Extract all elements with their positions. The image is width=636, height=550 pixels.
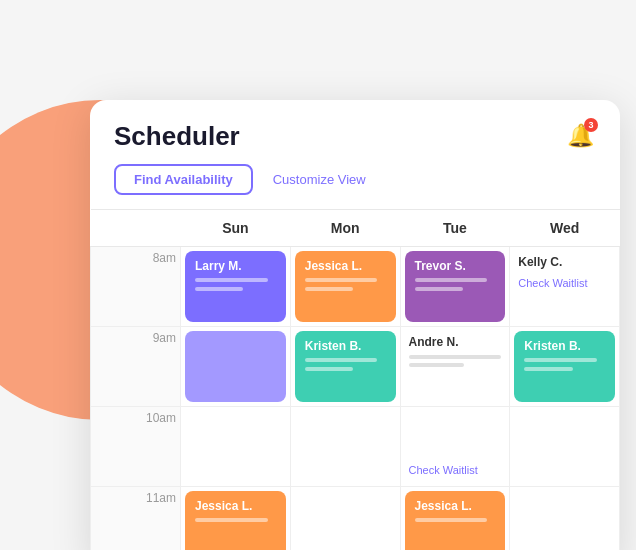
event-line-gray [409,363,465,367]
cell-wed-9am: Kristen B. [510,327,620,407]
cell-sun-11am: Jessica L. [181,487,291,551]
cell-sun-8am: Larry M. [181,247,291,327]
event-line [305,358,378,362]
cell-mon-8am: Jessica L. [290,247,400,327]
event-jessica-mon-8[interactable]: Jessica L. [295,251,396,322]
event-kristen-mon[interactable]: Kristen B. [295,331,396,402]
card-header: Scheduler 🔔 3 [90,100,620,164]
event-line [195,518,268,522]
event-name: Larry M. [195,259,276,273]
calendar-table: Sun Mon Tue Wed 8am Larry M. [90,209,620,550]
event-trevor[interactable]: Trevor S. [405,251,506,322]
event-line [305,278,378,282]
cell-mon-10am [290,407,400,487]
event-line [305,367,353,371]
header-tue: Tue [400,210,510,247]
event-line [195,278,268,282]
event-line [305,287,353,291]
header-mon: Mon [290,210,400,247]
page-title: Scheduler [114,121,240,152]
event-jessica-sun-11[interactable]: Jessica L. [185,491,286,550]
event-name: Jessica L. [305,259,386,273]
event-line [195,287,243,291]
find-availability-button[interactable]: Find Availability [114,164,253,195]
time-label-8am: 8am [91,247,181,327]
check-waitlist-tue[interactable]: Check Waitlist [409,462,502,478]
cell-mon-11am [290,487,400,551]
cell-tue-10am: Check Waitlist [400,407,510,487]
calendar-header-row: Sun Mon Tue Wed [91,210,620,247]
event-line [415,518,488,522]
notification-bell[interactable]: 🔔 3 [564,120,596,152]
event-name: Jessica L. [415,499,496,513]
event-name: Kristen B. [524,339,605,353]
event-line [524,358,597,362]
time-label-9am: 9am [91,327,181,407]
header-wed: Wed [510,210,620,247]
cell-sun-10am [181,407,291,487]
cell-wed-11am [510,487,620,551]
table-row: 9am Kristen B. Andre N. [91,327,620,407]
cell-mon-9am: Kristen B. [290,327,400,407]
time-label-10am: 10am [91,407,181,487]
table-row: 8am Larry M. Jessica L. [91,247,620,327]
card-actions: Find Availability Customize View [90,164,620,209]
cell-wed-8am: Kelly C. Check Waitlist [510,247,620,327]
table-row: 10am Check Waitlist [91,407,620,487]
event-jessica-tue-11[interactable]: Jessica L. [405,491,506,550]
header-sun: Sun [181,210,291,247]
event-line [415,287,463,291]
header-time-col [91,210,181,247]
notification-badge: 3 [584,118,598,132]
event-line [415,278,488,282]
event-name: Trevor S. [415,259,496,273]
event-name: Jessica L. [195,499,276,513]
event-larry[interactable]: Larry M. [185,251,286,322]
cell-sun-9am [181,327,291,407]
customize-view-button[interactable]: Customize View [273,172,366,187]
event-line-gray [409,355,502,359]
cell-tue-11am: Jessica L. [400,487,510,551]
event-name-kelly: Kelly C. [518,255,611,269]
event-kristen-wed[interactable]: Kristen B. [514,331,615,402]
event-line [524,367,572,371]
time-label-11am: 11am [91,487,181,551]
table-row: 11am Jessica L. Jessica L. [91,487,620,551]
calendar-wrapper: Sun Mon Tue Wed 8am Larry M. [90,209,620,550]
check-waitlist-kelly[interactable]: Check Waitlist [518,275,611,291]
event-name-andre: Andre N. [409,335,502,349]
event-name: Kristen B. [305,339,386,353]
scheduler-card: Scheduler 🔔 3 Find Availability Customiz… [90,100,620,550]
cell-wed-10am [510,407,620,487]
event-larry-ext [185,331,286,402]
cell-tue-9am: Andre N. [400,327,510,407]
cell-tue-8am: Trevor S. [400,247,510,327]
